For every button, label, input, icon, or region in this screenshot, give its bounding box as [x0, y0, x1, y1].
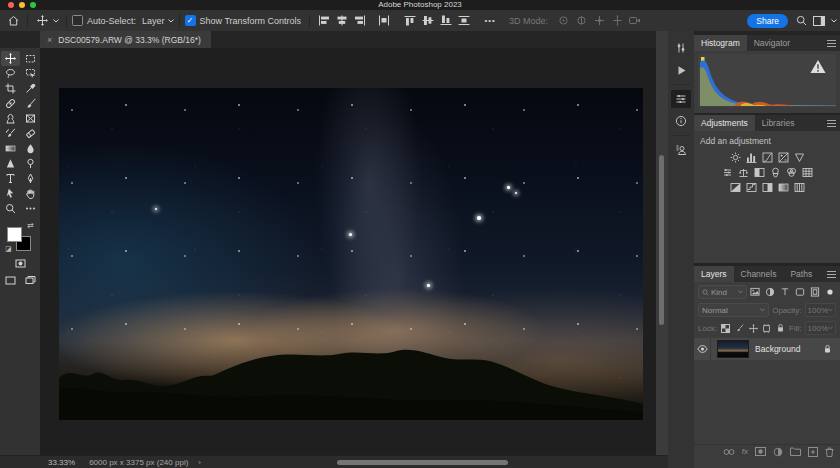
- tool-lasso[interactable]: [1, 66, 20, 81]
- actions-icon[interactable]: [671, 61, 691, 79]
- filter-type-layers-icon[interactable]: [778, 286, 791, 299]
- tool-sharpen[interactable]: [1, 156, 20, 171]
- layer-visibility-eye-icon[interactable]: [694, 338, 711, 360]
- zoom-level-field[interactable]: 33.33%: [48, 458, 75, 467]
- distribute-horizontal-icon[interactable]: [375, 13, 393, 29]
- tool-clone-stamp[interactable]: [1, 111, 20, 126]
- swap-colors-icon[interactable]: ⇄: [27, 221, 34, 230]
- tool-blur[interactable]: [21, 141, 40, 156]
- search-icon[interactable]: [792, 13, 810, 29]
- lock-image-pixels-icon[interactable]: [734, 322, 745, 334]
- tool-hand[interactable]: [21, 186, 40, 201]
- share-button[interactable]: Share: [747, 14, 788, 28]
- adjustment-posterize-icon[interactable]: [745, 181, 757, 193]
- properties-icon[interactable]: [671, 90, 691, 108]
- tool-frame[interactable]: [21, 111, 40, 126]
- adjustment-gradient-map-icon[interactable]: [777, 181, 789, 193]
- filter-adjustment-layers-icon[interactable]: [763, 286, 776, 299]
- filter-shape-layers-icon[interactable]: [793, 286, 806, 299]
- edit-toolbar-icon[interactable]: [21, 201, 40, 216]
- tool-dodge[interactable]: [21, 156, 40, 171]
- opacity-field[interactable]: 100%: [805, 303, 836, 317]
- status-menu-chevron[interactable]: ›: [198, 458, 201, 467]
- tool-brush[interactable]: [21, 96, 40, 111]
- layer-filter-toggle[interactable]: [823, 286, 836, 299]
- screen-mode-icon[interactable]: [1, 273, 20, 288]
- distribute-vertical-icon[interactable]: [455, 13, 473, 29]
- filter-smart-objects-icon[interactable]: [808, 286, 821, 299]
- tool-crop[interactable]: [1, 81, 20, 96]
- fill-field[interactable]: 100%: [805, 321, 836, 335]
- show-transform-checkbox[interactable]: ✓: [185, 15, 196, 26]
- align-bottom-icon[interactable]: [437, 13, 455, 29]
- adjustment-levels-icon[interactable]: [745, 151, 757, 163]
- auto-select-checkbox[interactable]: [72, 15, 83, 26]
- align-left-icon[interactable]: [315, 13, 333, 29]
- vertical-scrollbar-thumb[interactable]: [659, 155, 664, 325]
- lock-position-icon[interactable]: [748, 322, 759, 334]
- close-tab-icon[interactable]: ×: [47, 35, 52, 45]
- comments-icon[interactable]: [671, 141, 691, 159]
- layer-thumbnail[interactable]: [717, 340, 749, 358]
- adjustment-curves-icon[interactable]: [761, 151, 773, 163]
- screen-mode-alt-icon[interactable]: [21, 273, 40, 288]
- layer-effects-icon[interactable]: fx: [742, 447, 748, 456]
- tool-path-selection[interactable]: [1, 186, 20, 201]
- adjustment-color-balance-icon[interactable]: [737, 166, 749, 178]
- align-top-icon[interactable]: [401, 13, 419, 29]
- adjustment-selective-color-icon[interactable]: [793, 181, 805, 193]
- layer-filter-dropdown[interactable]: Kind: [698, 285, 747, 299]
- tool-spot-healing-brush[interactable]: [1, 96, 20, 111]
- quick-mask-icon[interactable]: [11, 256, 30, 271]
- tool-zoom[interactable]: [1, 201, 20, 216]
- lock-artboard-icon[interactable]: [762, 322, 773, 334]
- adjustment-color-lookup-icon[interactable]: [801, 166, 813, 178]
- document-tab[interactable]: × DSC00579.ARW @ 33.3% (RGB/16*): [40, 31, 211, 48]
- default-colors-icon[interactable]: ◪: [5, 245, 12, 253]
- layer-row-background[interactable]: Background: [694, 338, 840, 360]
- blend-mode-dropdown[interactable]: Normal: [698, 303, 769, 317]
- workspace-switcher-icon[interactable]: [810, 13, 828, 29]
- adjustments-panel-menu-icon[interactable]: [827, 115, 836, 131]
- adjustment-exposure-icon[interactable]: [777, 151, 789, 163]
- layers-panel-menu-icon[interactable]: [827, 266, 836, 282]
- layer-locked-icon[interactable]: [823, 344, 832, 354]
- tab-navigator[interactable]: Navigator: [747, 35, 797, 51]
- align-middle-vertical-icon[interactable]: [419, 13, 437, 29]
- vertical-scrollbar[interactable]: [656, 31, 668, 455]
- filter-pixel-layers-icon[interactable]: [749, 286, 762, 299]
- workspace-chevron-icon[interactable]: [828, 13, 840, 29]
- link-layers-icon[interactable]: [723, 448, 735, 456]
- adjustment-invert-icon[interactable]: [729, 181, 741, 193]
- adjustment-hue-saturation-icon[interactable]: [721, 166, 733, 178]
- auto-select-dropdown[interactable]: Layer: [142, 16, 174, 26]
- foreground-color-swatch[interactable]: [7, 227, 22, 242]
- tool-history-brush[interactable]: [1, 126, 20, 141]
- tool-pen[interactable]: [21, 171, 40, 186]
- tab-histogram[interactable]: Histogram: [694, 35, 747, 51]
- tool-type[interactable]: [1, 171, 20, 186]
- canvas-area[interactable]: [40, 48, 656, 455]
- tool-eraser[interactable]: [21, 126, 40, 141]
- home-icon[interactable]: [4, 13, 22, 29]
- more-options-icon[interactable]: •••: [481, 13, 499, 29]
- adjustment-brightness-contrast-icon[interactable]: [729, 151, 741, 163]
- tool-eyedropper[interactable]: [21, 81, 40, 96]
- lock-all-icon[interactable]: [775, 322, 786, 334]
- histogram-panel-menu-icon[interactable]: [827, 35, 836, 51]
- horizontal-scrollbar-thumb[interactable]: [337, 460, 508, 465]
- tab-adjustments[interactable]: Adjustments: [694, 115, 755, 131]
- adjustment-photo-filter-icon[interactable]: [769, 166, 781, 178]
- info-icon[interactable]: [671, 112, 691, 130]
- add-layer-mask-icon[interactable]: [755, 447, 766, 456]
- tab-channels[interactable]: Channels: [734, 266, 784, 282]
- chevron-down-icon[interactable]: [51, 13, 61, 29]
- new-adjustment-layer-icon[interactable]: [773, 447, 783, 457]
- tool-move[interactable]: [1, 51, 20, 66]
- delete-layer-icon[interactable]: [825, 447, 834, 457]
- tab-layers[interactable]: Layers: [694, 266, 734, 282]
- tool-object-selection[interactable]: [21, 66, 40, 81]
- adjustment-threshold-icon[interactable]: [761, 181, 773, 193]
- new-layer-icon[interactable]: [808, 447, 818, 457]
- new-group-icon[interactable]: [790, 447, 801, 456]
